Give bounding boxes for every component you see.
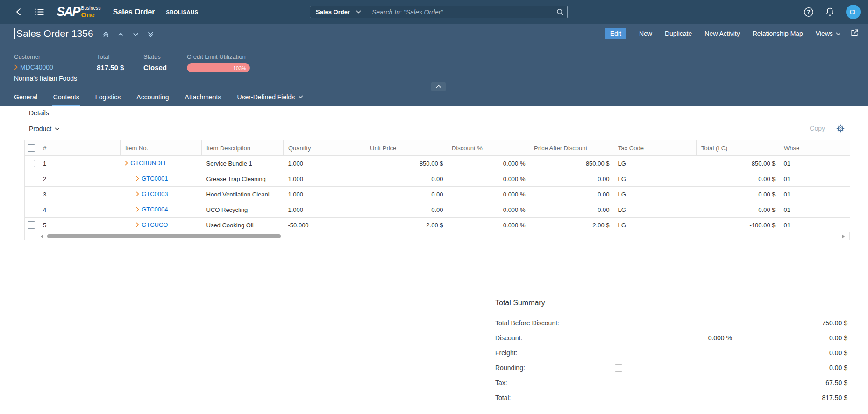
record-navigation [102, 30, 155, 38]
customer-link[interactable]: MDC40000 [14, 63, 77, 71]
item-description: Hood Ventilation Cleani... [202, 187, 284, 202]
chevron-right-icon [136, 207, 139, 212]
facet-credit-limit: Credit Limit Utilization 103% [187, 53, 250, 72]
credit-limit-percent: 103% [233, 65, 246, 71]
rounding-checkbox[interactable] [615, 364, 622, 372]
total-lc: 0.00 $ [697, 187, 779, 202]
summary-row: Total Before Discount: 750.00 $ [495, 316, 848, 330]
tab-general[interactable]: General [14, 87, 37, 106]
collapse-header-button[interactable] [431, 82, 446, 91]
unit-price: 0.00 [365, 187, 447, 202]
item-link[interactable]: GTCBUNDLE [130, 160, 168, 167]
last-record-icon[interactable] [147, 30, 155, 38]
line-number: 3 [38, 187, 121, 202]
summary-row: Tax: 67.50 $ [495, 375, 848, 390]
column-header: Unit Price [365, 140, 447, 156]
scroll-right-arrow-icon[interactable] [842, 234, 845, 239]
tab-contents[interactable]: Contents [53, 87, 79, 106]
copy-button[interactable]: Copy [810, 125, 825, 132]
unit-price: 0.00 [365, 202, 447, 218]
scroll-left-arrow-icon[interactable] [41, 234, 43, 239]
chevron-up-icon [436, 85, 441, 88]
table-row: 1 GTCBUNDLE Service Bundle 1 1.000 850.0… [25, 156, 850, 171]
chevron-down-icon [836, 32, 841, 35]
column-header: Whse [779, 140, 850, 156]
shell-system-id: SBOLISAUS [166, 9, 199, 15]
notifications-bell-icon[interactable] [825, 7, 835, 17]
column-header: Price After Discount [529, 140, 613, 156]
horizontal-scrollbar [24, 232, 850, 240]
first-record-icon[interactable] [102, 30, 110, 38]
tax-code: LG [613, 202, 697, 218]
summary-label: Rounding: [495, 364, 525, 372]
tab-attachments[interactable]: Attachments [185, 87, 221, 106]
summary-value: 750.00 $ [822, 319, 848, 327]
relationship-map-button[interactable]: Relationship Map [753, 30, 803, 37]
scrollbar-thumb[interactable] [47, 234, 281, 238]
summary-row: Total: 817.50 $ [495, 390, 848, 405]
edit-button[interactable]: Edit [605, 28, 626, 39]
summary-value: 0.00 $ [829, 364, 847, 372]
new-button[interactable]: New [639, 30, 652, 37]
menu-icon[interactable] [35, 8, 44, 15]
discount-percent: 0.000 % [447, 171, 529, 187]
summary-value: 67.50 $ [825, 379, 847, 386]
new-activity-button[interactable]: New Activity [704, 30, 740, 37]
chevron-right-icon [14, 64, 18, 70]
product-view-dropdown[interactable]: Product [29, 125, 60, 133]
duplicate-button[interactable]: Duplicate [665, 30, 692, 37]
summary-value: 0.00 $ [829, 349, 847, 357]
share-icon[interactable] [850, 29, 859, 37]
price-after-discount: 850.00 $ [529, 156, 613, 171]
action-label: Relationship Map [753, 30, 803, 37]
discount-percent: 0.000 % [447, 187, 529, 202]
price-after-discount: 0.00 [529, 187, 613, 202]
quantity: -50.000 [284, 218, 365, 233]
text-caret [14, 28, 15, 39]
item-link[interactable]: GTC0004 [142, 206, 168, 213]
summary-row: Rounding: 0.00 $ [495, 360, 848, 375]
line-number: 1 [38, 156, 121, 171]
search-icon [556, 8, 564, 16]
user-avatar[interactable]: CL [846, 5, 861, 19]
discount-percent: 0.000 % [447, 156, 529, 171]
facet-total: Total 817.50 $ [97, 53, 124, 71]
column-header: Total (LC) [697, 140, 779, 156]
item-link[interactable]: GTCUCO [142, 221, 168, 228]
row-checkbox[interactable] [28, 160, 35, 167]
unit-price: 2.00 $ [365, 218, 447, 233]
total-summary: Total Summary Total Before Discount: 750… [495, 299, 848, 405]
contents-tab-panel: Details Product Copy [0, 106, 868, 414]
price-after-discount: 0.00 [529, 202, 613, 218]
search-button[interactable] [553, 6, 567, 18]
summary-label: Freight: [495, 349, 517, 357]
previous-record-icon[interactable] [117, 30, 125, 38]
total-lc: 0.00 $ [697, 171, 779, 187]
next-record-icon[interactable] [132, 30, 140, 38]
action-label: Views [816, 30, 833, 37]
tax-code: LG [613, 187, 697, 202]
row-checkbox[interactable] [28, 221, 35, 229]
tab-label: General [14, 93, 37, 101]
shell-search: Sales Order [310, 6, 568, 18]
table-settings-gear-icon[interactable] [836, 124, 845, 133]
chevron-right-icon [125, 161, 128, 166]
tab-accounting[interactable]: Accounting [136, 87, 169, 106]
tab-label: User-Defined Fields [237, 93, 295, 101]
credit-limit-progress-bar: 103% [187, 63, 250, 72]
item-link[interactable]: GTC0003 [142, 190, 168, 197]
price-after-discount: 2.00 $ [529, 218, 613, 233]
search-input[interactable] [366, 6, 553, 18]
back-button[interactable] [16, 8, 21, 16]
views-button[interactable]: Views [816, 30, 841, 37]
tab-user-defined-fields[interactable]: User-Defined Fields [237, 87, 303, 106]
help-icon[interactable]: ? [804, 7, 814, 17]
facet-status: Status Closed [143, 53, 167, 71]
search-scope-select[interactable]: Sales Order [310, 6, 366, 18]
item-description: UCO Recycling [202, 202, 284, 218]
tab-logistics[interactable]: Logistics [95, 87, 121, 106]
warehouse: 01 [779, 202, 850, 218]
chevron-down-icon [55, 127, 60, 131]
select-all-checkbox[interactable] [28, 144, 35, 152]
item-link[interactable]: GTC0001 [142, 175, 168, 182]
